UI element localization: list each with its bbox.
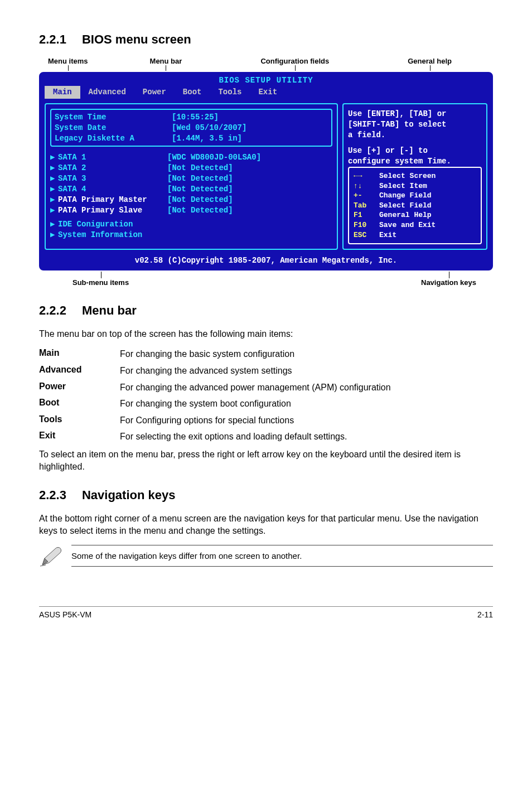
section-heading-222: 2.2.2Menu bar <box>39 302 493 318</box>
bios-tab-main[interactable]: Main <box>45 86 80 99</box>
bios-title: BIOS SETUP UTILITY <box>41 74 491 86</box>
arrows-ud-icon: ↑↓ <box>354 181 379 191</box>
bios-tab-exit[interactable]: Exit <box>250 86 286 99</box>
pencil-note-icon <box>39 545 64 567</box>
section-heading-221: 2.2.1BIOS menu screen <box>39 31 493 47</box>
navkey-row: ESCExit <box>354 230 476 240</box>
select-item-hint: To select an item on the menu bar, press… <box>39 448 493 474</box>
footer-right: 2-11 <box>477 610 493 619</box>
section-title-text: BIOS menu screen <box>82 32 191 46</box>
desc-row-exit: Exit For selecting the exit options and … <box>39 431 493 443</box>
bios-screenshot: BIOS SETUP UTILITY Main Advanced Power B… <box>39 72 493 270</box>
navkey-row: +-Change Field <box>354 191 476 201</box>
desc-row-boot: Boot For changing the system boot config… <box>39 398 493 410</box>
menu-bar-intro: The menu bar on top of the screen has th… <box>39 328 493 340</box>
desc-row-main: Main For changing the basic system confi… <box>39 348 493 360</box>
triangle-icon: ▶ <box>50 205 58 216</box>
page-footer: ASUS P5K-VM 2-11 <box>39 606 493 619</box>
bios-bottom-callouts: Sub-menu items Navigation keys <box>39 272 493 287</box>
note-box: Some of the navigation keys differ from … <box>39 545 493 567</box>
callout-general-help: General help <box>408 57 452 71</box>
bios-row-pata-master[interactable]: ▶PATA Primary Master [Not Detected] <box>50 195 332 205</box>
triangle-icon: ▶ <box>50 163 58 173</box>
triangle-icon: ▶ <box>50 152 58 163</box>
bios-row-legacy-diskette[interactable]: Legacy Diskette A [1.44M, 3.5 in] <box>55 133 328 144</box>
triangle-icon: ▶ <box>50 173 58 184</box>
callout-menu-bar: Menu bar <box>150 57 182 71</box>
nav-keys-intro: At the bottom right corner of a menu scr… <box>39 513 493 538</box>
triangle-icon: ▶ <box>50 195 58 205</box>
triangle-icon: ▶ <box>50 184 58 195</box>
navkey-row: TabSelect Field <box>354 201 476 211</box>
triangle-icon: ▶ <box>50 230 58 240</box>
navkey-row: F1General Help <box>354 210 476 220</box>
section-heading-223: 2.2.3Navigation keys <box>39 487 493 503</box>
bios-right-panel: Use [ENTER], [TAB] or [SHIFT-TAB] to sel… <box>342 103 487 250</box>
note-text: Some of the navigation keys differ from … <box>71 545 493 567</box>
bios-general-help-text: Use [ENTER], [TAB] or [SHIFT-TAB] to sel… <box>348 109 482 167</box>
bios-copyright-footer: v02.58 (C)Copyright 1985-2007, American … <box>41 254 491 268</box>
bios-row-sata-2[interactable]: ▶SATA 2 [Not Detected] <box>50 163 332 173</box>
desc-row-power: Power For changing the advanced power ma… <box>39 381 493 394</box>
bios-row-ide-config[interactable]: ▶IDE Coniguration <box>50 219 332 230</box>
callout-submenu-items: Sub-menu items <box>72 272 129 287</box>
triangle-icon: ▶ <box>50 219 58 230</box>
bios-tab-boot[interactable]: Boot <box>175 86 210 99</box>
desc-row-tools: Tools For Configuring options for specia… <box>39 414 493 427</box>
bios-row-system-info[interactable]: ▶System Information <box>50 230 332 240</box>
arrows-lr-icon: ←→ <box>354 171 379 181</box>
bios-left-panel: System Time [10:55:25] System Date [Wed … <box>45 103 338 250</box>
callout-navigation-keys: Navigation keys <box>421 272 476 287</box>
menu-bar-description-list: Main For changing the basic system confi… <box>39 348 493 443</box>
bios-tab-advanced[interactable]: Advanced <box>80 86 134 99</box>
bios-row-system-date[interactable]: System Date [Wed 05/10/2007] <box>55 123 328 133</box>
bios-row-sata-3[interactable]: ▶SATA 3 [Not Detected] <box>50 173 332 184</box>
bios-row-pata-slave[interactable]: ▶PATA Primary Slave [Not Detected] <box>50 205 332 216</box>
bios-row-sata-4[interactable]: ▶SATA 4 [Not Detected] <box>50 184 332 195</box>
bios-tab-tools[interactable]: Tools <box>210 86 250 99</box>
bios-row-system-time[interactable]: System Time [10:55:25] <box>55 112 328 123</box>
navkey-row: F10Save and Exit <box>354 220 476 230</box>
footer-left: ASUS P5K-VM <box>39 610 91 619</box>
navkey-row: ←→Select Screen <box>354 171 476 181</box>
desc-row-advanced: Advanced For changing the advanced syste… <box>39 365 493 377</box>
bios-top-callouts: Menu items Menu bar Configuration fields… <box>39 57 493 71</box>
bios-navigation-keys-box: ←→Select Screen ↑↓Select Item +-Change F… <box>348 167 482 244</box>
callout-config-fields: Configuration fields <box>260 57 329 71</box>
section-number: 2.2.1 <box>39 32 66 46</box>
callout-menu-items: Menu items <box>48 57 88 71</box>
navkey-row: ↑↓Select Item <box>354 181 476 191</box>
bios-row-sata-1[interactable]: ▶SATA 1 [WDC WD800JD-00LSA0] <box>50 152 332 163</box>
bios-menubar: Main Advanced Power Boot Tools Exit <box>41 86 491 101</box>
bios-tab-power[interactable]: Power <box>134 86 175 99</box>
